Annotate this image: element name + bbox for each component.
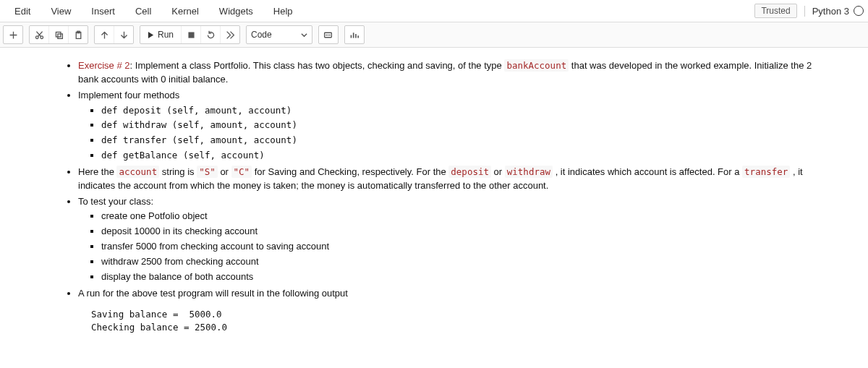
menu-help[interactable]: Help <box>263 2 303 20</box>
list-item: deposit 10000 in its checking account <box>101 225 817 239</box>
list-item: To test your class: create one Potfolio … <box>78 195 817 284</box>
menu-edit[interactable]: Edit <box>4 2 41 20</box>
list-item: transfer 5000 from checking account to s… <box>101 240 817 254</box>
list-item: def getBalance (self, account) <box>101 149 817 163</box>
list-item: display the balance of both accounts <box>101 270 817 284</box>
restart-run-all-button[interactable] <box>221 26 239 43</box>
barchart-icon-button[interactable] <box>345 26 364 43</box>
list-item: Implement four methods def deposit (self… <box>78 89 817 163</box>
kernel-indicator[interactable]: Python 3 <box>804 6 864 17</box>
menu-cell[interactable]: Cell <box>125 2 161 20</box>
chevron-down-icon <box>301 32 307 38</box>
svg-rect-6 <box>188 32 194 38</box>
svg-rect-2 <box>56 32 61 37</box>
restart-button[interactable] <box>201 26 221 43</box>
insert-cell-below-button[interactable] <box>4 26 22 43</box>
exercise-lead: Exercise # 2 <box>78 60 130 71</box>
toolbar: Run Code <box>0 22 868 48</box>
markdown-cell[interactable]: Exercise # 2: Implement a class Portfoli… <box>0 48 868 342</box>
list-item: def transfer (self, amount, account) <box>101 134 817 147</box>
copy-button[interactable] <box>49 26 69 43</box>
paste-button[interactable] <box>69 26 88 43</box>
cut-button[interactable] <box>30 26 49 43</box>
trusted-badge[interactable]: Trusted <box>754 4 796 18</box>
menu-insert[interactable]: Insert <box>81 2 125 20</box>
command-palette-button[interactable] <box>319 26 338 43</box>
run-button[interactable]: Run <box>140 26 182 43</box>
list-item: Exercise # 2: Implement a class Portfoli… <box>78 59 817 87</box>
menu-widgets[interactable]: Widgets <box>209 2 263 20</box>
celltype-label: Code <box>251 30 272 40</box>
celltype-select[interactable]: Code <box>246 25 312 44</box>
run-label: Run <box>158 30 174 40</box>
list-item: def withdraw (self, amount, account) <box>101 119 817 132</box>
list-item: Here the account string is "S" or "C" fo… <box>78 166 817 193</box>
expected-output: Saving balance = 5000.0 Checking balance… <box>91 308 817 335</box>
menu-view[interactable]: View <box>41 2 81 20</box>
move-up-button[interactable] <box>95 26 114 43</box>
code-inline: bankAccount <box>504 59 569 72</box>
svg-rect-3 <box>57 33 62 38</box>
kernel-name-label: Python 3 <box>812 6 849 17</box>
list-item: create one Potfolio object <box>101 210 817 223</box>
list-item: def deposit (self, amount, account) <box>101 104 817 118</box>
list-item: withdraw 2500 from checking account <box>101 255 817 269</box>
kernel-idle-icon <box>854 6 864 16</box>
interrupt-button[interactable] <box>182 26 201 43</box>
move-down-button[interactable] <box>114 26 133 43</box>
menu-kernel[interactable]: Kernel <box>161 2 209 20</box>
menubar: Edit View Insert Cell Kernel Widgets Hel… <box>0 0 868 22</box>
list-item: A run for the above test program will re… <box>78 287 817 301</box>
